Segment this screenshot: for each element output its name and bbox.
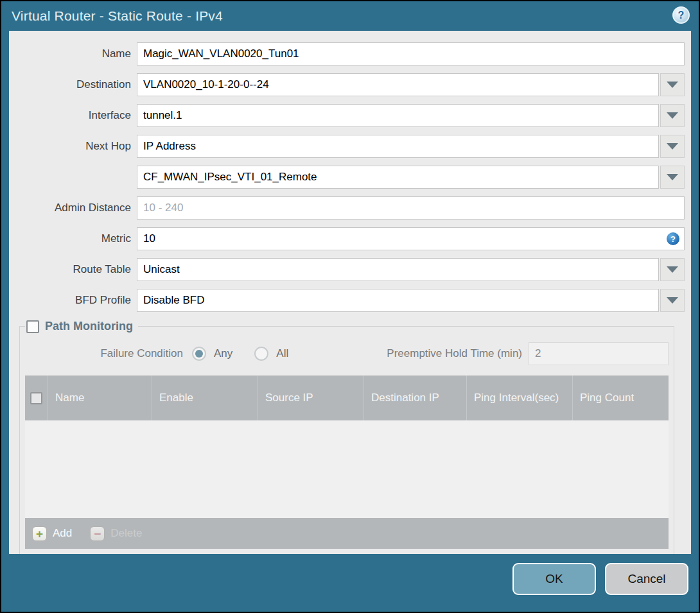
bfd-profile-row: BFD Profile <box>9 289 685 312</box>
name-label: Name <box>9 47 137 60</box>
bfd-profile-label: BFD Profile <box>9 294 137 307</box>
chevron-down-icon <box>667 297 678 304</box>
admin-distance-input[interactable] <box>137 196 685 220</box>
next-hop-label: Next Hop <box>9 140 137 153</box>
metric-info-icon[interactable]: ? <box>667 232 679 245</box>
dialog-content: Name Destination Interface Next Hop <box>9 31 691 554</box>
chevron-down-icon <box>667 174 678 180</box>
chevron-down-icon <box>667 112 678 119</box>
route-table-label: Route Table <box>9 263 137 276</box>
table-header: Name Enable Source IP Destination IP Pin… <box>25 376 669 420</box>
ok-button[interactable]: OK <box>512 563 596 595</box>
dialog-title: Virtual Router - Static Route - IPv4 <box>12 8 223 24</box>
plus-icon: + <box>32 526 47 541</box>
any-radio[interactable] <box>192 347 206 361</box>
table-body-empty <box>25 420 669 518</box>
header-select-all-cell <box>25 376 48 420</box>
admin-distance-label: Admin Distance <box>9 202 137 214</box>
add-button-label: Add <box>53 527 72 540</box>
next-hop-address-dropdown-button[interactable] <box>660 166 685 189</box>
bfd-profile-input[interactable] <box>137 289 659 312</box>
all-radio-label: All <box>276 347 288 360</box>
interface-row: Interface <box>9 104 685 127</box>
column-header-ping-count[interactable]: Ping Count <box>572 376 669 420</box>
path-monitoring-title: Path Monitoring <box>45 320 133 333</box>
preemptive-hold-time-input[interactable] <box>529 342 669 365</box>
next-hop-type-dropdown-button[interactable] <box>660 135 685 158</box>
column-header-destination-ip[interactable]: Destination IP <box>363 376 466 420</box>
destination-input[interactable] <box>137 73 659 96</box>
help-icon[interactable]: ? <box>672 6 690 24</box>
failure-condition-option-all: All <box>254 347 288 361</box>
metric-label: Metric <box>9 232 137 245</box>
path-monitoring-section: Path Monitoring Failure Condition Any Al… <box>19 320 674 554</box>
chevron-down-icon <box>667 266 678 273</box>
admin-distance-row: Admin Distance <box>9 196 685 220</box>
path-monitoring-checkbox[interactable] <box>26 320 39 333</box>
preemptive-hold-time-label: Preemptive Hold Time (min) <box>387 347 529 360</box>
column-header-ping-interval[interactable]: Ping Interval(sec) <box>466 376 572 420</box>
chevron-down-icon <box>667 143 678 150</box>
next-hop-row: Next Hop <box>9 135 685 158</box>
interface-label: Interface <box>9 109 137 122</box>
column-header-name[interactable]: Name <box>48 376 152 420</box>
route-table-row: Route Table <box>9 258 685 281</box>
dialog-footer: OK Cancel <box>1 554 699 612</box>
name-input[interactable] <box>137 42 685 65</box>
route-table-dropdown-button[interactable] <box>660 258 685 281</box>
path-monitoring-table: Name Enable Source IP Destination IP Pin… <box>25 376 669 549</box>
table-toolbar: + Add − Delete <box>25 518 669 549</box>
minus-icon: − <box>90 526 105 541</box>
destination-label: Destination <box>9 78 137 91</box>
delete-button[interactable]: − Delete <box>90 526 142 541</box>
interface-dropdown-button[interactable] <box>660 104 685 127</box>
chevron-down-icon <box>667 82 678 88</box>
column-header-enable[interactable]: Enable <box>152 376 258 420</box>
column-header-source-ip[interactable]: Source IP <box>258 376 363 420</box>
destination-dropdown-button[interactable] <box>660 73 685 96</box>
failure-condition-label: Failure Condition <box>25 347 192 360</box>
next-hop-address-input[interactable] <box>137 166 659 189</box>
next-hop-address-row <box>9 166 685 189</box>
any-radio-label: Any <box>214 347 232 360</box>
route-table-input[interactable] <box>137 258 659 281</box>
delete-button-label: Delete <box>110 527 142 540</box>
add-button[interactable]: + Add <box>32 526 72 541</box>
select-all-checkbox[interactable] <box>30 392 42 404</box>
metric-row: Metric ? <box>9 227 685 250</box>
interface-input[interactable] <box>137 104 659 127</box>
path-monitoring-legend: Path Monitoring <box>25 320 138 333</box>
cancel-button[interactable]: Cancel <box>605 563 688 595</box>
next-hop-type-input[interactable] <box>137 135 659 158</box>
static-route-dialog: Virtual Router - Static Route - IPv4 ? N… <box>1 1 699 612</box>
failure-condition-option-any: Any <box>192 347 232 361</box>
destination-row: Destination <box>9 73 685 96</box>
name-row: Name <box>9 42 685 65</box>
bfd-profile-dropdown-button[interactable] <box>660 289 685 312</box>
failure-condition-row: Failure Condition Any All Preemptive Hol… <box>25 342 669 365</box>
dialog-titlebar: Virtual Router - Static Route - IPv4 ? <box>1 1 699 31</box>
metric-input[interactable] <box>137 227 685 250</box>
all-radio[interactable] <box>254 347 268 361</box>
